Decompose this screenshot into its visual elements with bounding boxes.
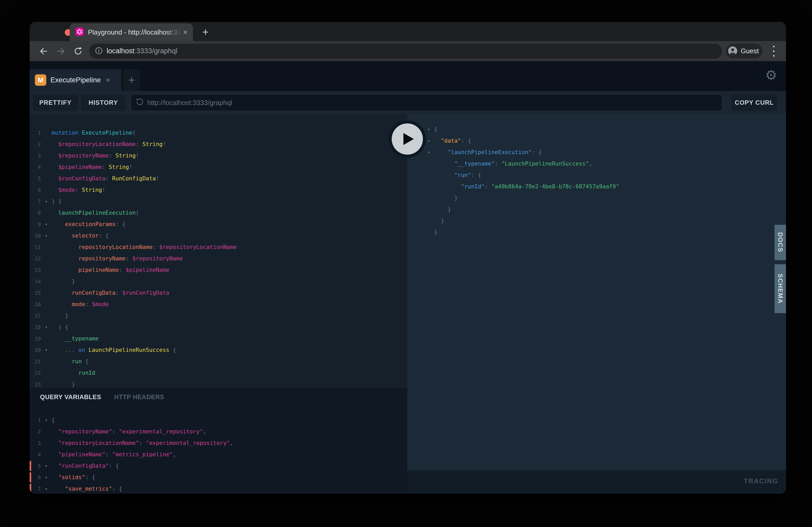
code-line: 22 runId <box>30 367 407 379</box>
schema-sidetab[interactable]: SCHEMA <box>774 264 786 313</box>
code-line: 13 pipelineName: $pipelineName <box>30 264 407 276</box>
line-number: 17 <box>30 310 41 321</box>
fold-toggle-icon[interactable]: ▾ <box>41 460 52 472</box>
fold-toggle-icon[interactable]: ▾ <box>41 483 52 494</box>
line-number: 18 <box>30 321 41 333</box>
fold-toggle-icon[interactable]: ▾ <box>423 147 434 158</box>
settings-gear-icon[interactable]: ⚙ <box>765 68 777 82</box>
session-tab-close-icon[interactable]: × <box>106 76 110 85</box>
code-line: 10▾ selector: { <box>30 230 407 241</box>
back-icon[interactable] <box>37 44 51 59</box>
fold-toggle-icon[interactable]: ▾ <box>41 415 52 426</box>
code-line: 5 $runConfigData: RunConfigData! <box>30 173 407 184</box>
code-line: 20▾ ... on LaunchPipelineRunSuccess { <box>30 344 407 356</box>
fold-toggle-icon[interactable]: ▾ <box>41 230 52 241</box>
fold-toggle-icon <box>423 158 434 169</box>
history-button[interactable]: HISTORY <box>81 94 125 111</box>
line-number: 14 <box>30 276 41 287</box>
tab-query-variables[interactable]: QUERY VARIABLES <box>40 393 101 401</box>
line-number: 2 <box>30 138 41 150</box>
fold-toggle-icon <box>41 379 52 389</box>
fold-toggle-icon <box>41 127 52 138</box>
fold-toggle-icon <box>41 299 52 310</box>
endpoint-input[interactable]: http://localhost:3333/graphql <box>131 94 723 111</box>
fold-toggle-icon[interactable]: ▾ <box>41 196 52 207</box>
line-number: 20 <box>30 344 41 356</box>
tracing-bar: TRACING <box>407 470 786 494</box>
tracing-toggle[interactable]: TRACING <box>744 477 778 485</box>
fold-toggle-icon <box>41 449 52 460</box>
code-line: 3 $repositoryName: String! <box>30 150 407 161</box>
line-number: 1 <box>30 127 41 138</box>
fold-toggle-icon <box>423 227 434 238</box>
fold-toggle-icon <box>41 356 52 367</box>
browser-menu-icon[interactable] <box>771 46 776 57</box>
browser-titlebar: Playground - http://localhost:33 × + <box>30 22 786 41</box>
reload-icon[interactable] <box>71 44 85 59</box>
code-line: 7▾ "save_metrics": { <box>30 483 407 494</box>
fold-toggle-icon[interactable]: ▾ <box>423 124 434 135</box>
fold-toggle-icon <box>423 204 434 215</box>
line-number: 13 <box>30 264 41 276</box>
line-number: 2 <box>30 426 41 437</box>
code-line: 8 launchPipelineExecution( <box>30 207 407 219</box>
tab-http-headers[interactable]: HTTP HEADERS <box>114 393 164 401</box>
fold-toggle-icon[interactable]: ▾ <box>41 219 52 230</box>
code-line: } <box>407 227 786 238</box>
endpoint-history-icon[interactable] <box>135 98 144 108</box>
prettify-button[interactable]: PRETTIFY <box>33 94 78 111</box>
error-marker <box>30 450 31 460</box>
new-session-tab-button[interactable]: + <box>123 69 140 91</box>
fold-toggle-icon[interactable]: ▾ <box>41 344 52 356</box>
response-pane: ▾{▾ "data": {▾ "launchPipelineExecution"… <box>407 114 786 494</box>
profile-button[interactable]: Guest <box>726 44 763 58</box>
fold-toggle-icon <box>41 207 52 219</box>
code-line: 18▾ ) { <box>30 321 407 333</box>
error-marker <box>30 484 31 494</box>
line-number: 22 <box>30 367 41 379</box>
endpoint-url: http://localhost:3333/graphql <box>147 99 232 107</box>
line-number: 4 <box>30 161 41 173</box>
fold-toggle-icon <box>423 192 434 204</box>
code-line: ▾{ <box>407 124 786 135</box>
code-line: 1mutation ExecutePipeline( <box>30 127 407 138</box>
fold-toggle-icon <box>41 367 52 379</box>
site-info-icon[interactable] <box>95 46 103 56</box>
copy-curl-button[interactable]: COPY CURL <box>731 94 777 111</box>
error-marker <box>30 427 31 437</box>
line-number: 15 <box>30 287 41 299</box>
fold-toggle-icon <box>41 241 52 253</box>
address-bar[interactable]: localhost:3333/graphql <box>89 44 722 59</box>
session-tab-executepipeline[interactable]: M ExecutePipeline × <box>30 69 121 91</box>
session-toolbar: PRETTIFY HISTORY http://localhost:3333/g… <box>30 91 786 114</box>
code-line: 15 runConfigData: $runConfigData <box>30 287 407 299</box>
variables-editor[interactable]: 1▾{2 "repositoryName": "experimental_rep… <box>30 389 407 494</box>
fold-toggle-icon <box>41 161 52 173</box>
fold-toggle-icon <box>41 184 52 196</box>
code-line: 11 repositoryLocationName: $repositoryLo… <box>30 241 407 253</box>
code-line: 19 __typename <box>30 333 407 344</box>
line-number: 6 <box>30 472 41 483</box>
code-line: 21 run { <box>30 356 407 367</box>
forward-icon[interactable] <box>54 44 68 59</box>
fold-toggle-icon[interactable]: ▾ <box>423 135 434 147</box>
response-viewer[interactable]: ▾{▾ "data": {▾ "launchPipelineExecution"… <box>407 114 786 470</box>
fold-toggle-icon[interactable]: ▾ <box>41 472 52 483</box>
browser-window: Playground - http://localhost:33 × + <box>30 22 786 494</box>
session-tabstrip: M ExecutePipeline × + ⚙ <box>30 61 786 91</box>
tab-close-icon[interactable]: × <box>183 28 188 36</box>
line-number: 11 <box>30 241 41 253</box>
graphql-playground: M ExecutePipeline × + ⚙ PRETTIFY HISTORY… <box>30 61 786 494</box>
code-line: 4 "pipelineName": "metrics_pipeline", <box>30 449 407 460</box>
fold-toggle-icon[interactable]: ▾ <box>41 321 52 333</box>
line-number: 21 <box>30 356 41 367</box>
query-editor[interactable]: 1mutation ExecutePipeline(2 $repositoryL… <box>30 114 407 389</box>
browser-tab-title: Playground - http://localhost:33 <box>88 28 182 36</box>
fold-toggle-icon <box>41 253 52 264</box>
line-number: 3 <box>30 150 41 161</box>
session-main: 1mutation ExecutePipeline(2 $repositoryL… <box>30 114 786 494</box>
new-tab-button[interactable]: + <box>198 25 213 40</box>
browser-tab[interactable]: Playground - http://localhost:33 × <box>70 24 193 41</box>
docs-sidetab[interactable]: DOCS <box>774 225 786 260</box>
code-line: "__typename": "LaunchPipelineRunSuccess"… <box>407 158 786 169</box>
